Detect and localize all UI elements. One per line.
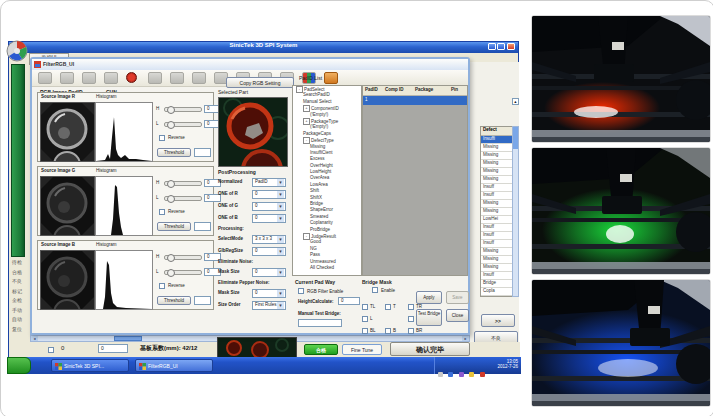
print-icon[interactable] xyxy=(104,72,118,84)
grid-icon[interactable] xyxy=(192,72,206,84)
defect-table[interactable]: Defect InsuffiMissingMissingMissingMissi… xyxy=(480,126,514,297)
reverse-checkbox[interactable] xyxy=(159,283,165,289)
defect-row[interactable]: Insuff xyxy=(481,240,513,248)
mask-checkbox[interactable] xyxy=(385,304,391,310)
mask-cell-b[interactable]: B xyxy=(385,321,396,339)
defect-row[interactable]: Insuffi xyxy=(481,136,513,144)
tray-network-icon[interactable] xyxy=(448,372,453,377)
defect-scrollbar[interactable] xyxy=(512,126,519,297)
threshold-value-input[interactable] xyxy=(194,296,211,305)
threshold-value-input[interactable] xyxy=(194,148,211,157)
cut-icon[interactable] xyxy=(148,72,162,84)
tray-alert-icon[interactable] xyxy=(480,372,485,377)
defect-row[interactable]: Missing xyxy=(481,200,513,208)
collapse-icon[interactable]: - xyxy=(303,137,310,144)
taskbar-item[interactable]: FilterRGB_UI xyxy=(135,359,213,372)
defect-scrollbar-thumb[interactable] xyxy=(513,127,518,149)
post-row-dropdown[interactable]: 0 xyxy=(252,214,286,223)
bridge-mask-enable-checkbox[interactable] xyxy=(372,287,378,293)
mask-checkbox[interactable] xyxy=(385,328,391,334)
h-slider[interactable] xyxy=(164,255,202,260)
l-slider-knob[interactable] xyxy=(167,121,175,129)
close-icon[interactable] xyxy=(507,43,515,50)
h-slider-knob[interactable] xyxy=(167,180,175,188)
post-row-dropdown[interactable]: 0 xyxy=(252,202,286,211)
tray-icons[interactable] xyxy=(438,363,486,381)
confirm-done-button[interactable]: 确认完毕 xyxy=(390,342,470,356)
tree-item[interactable]: All Checked xyxy=(293,265,361,271)
taskbar-item[interactable]: SinicTek 3D SPI... xyxy=(51,359,129,372)
reverse-checkbox[interactable] xyxy=(159,209,165,215)
threshold-button[interactable]: Threshold xyxy=(157,148,191,157)
open-folder-icon[interactable] xyxy=(60,72,74,84)
record-icon[interactable] xyxy=(126,72,137,83)
defect-row[interactable]: Insuff xyxy=(481,184,513,192)
taskbar-clock[interactable]: 13:05 2012-7-26 xyxy=(497,359,518,370)
post-row-dropdown[interactable]: 0 xyxy=(252,268,286,277)
threshold-button[interactable]: Threshold xyxy=(157,222,191,231)
defect-row[interactable]: Bridge xyxy=(481,280,513,288)
post-row-dropdown[interactable]: 3 x 3 x 3 xyxy=(252,235,286,244)
fine-tune-button[interactable]: Fine Tune xyxy=(342,344,382,355)
defect-row[interactable]: Missing xyxy=(481,264,513,272)
padid-table-selected-row[interactable]: 1 xyxy=(363,96,467,105)
l-slider[interactable] xyxy=(164,270,202,275)
pass-button[interactable]: 合格 xyxy=(304,344,338,355)
defect-row[interactable]: Missing xyxy=(481,256,513,264)
mask-checkbox[interactable] xyxy=(408,328,414,334)
padid-table[interactable]: PadIDComp IDPackagePin 1 xyxy=(362,85,468,276)
tray-shield-icon[interactable] xyxy=(469,372,474,377)
manual-bridge-input[interactable] xyxy=(298,319,342,327)
defect-row[interactable]: Missing xyxy=(481,176,513,184)
reverse-checkbox[interactable] xyxy=(159,135,165,141)
rgb-filter-checkbox[interactable] xyxy=(298,288,304,294)
mask-checkbox[interactable] xyxy=(362,328,368,334)
start-button[interactable] xyxy=(7,357,31,374)
defect-row[interactable]: Copla xyxy=(481,288,513,296)
document-icon[interactable] xyxy=(38,72,52,84)
expand-icon[interactable]: + xyxy=(303,105,310,112)
help-icon[interactable] xyxy=(324,72,338,84)
save-icon[interactable] xyxy=(82,72,96,84)
l-slider[interactable] xyxy=(164,196,202,201)
h-slider[interactable] xyxy=(164,181,202,186)
mask-cell-t[interactable]: T xyxy=(385,297,396,315)
defect-row[interactable]: Insuff xyxy=(481,224,513,232)
defect-row[interactable]: Missing xyxy=(481,144,513,152)
mask-cell-bl[interactable]: BL xyxy=(362,321,376,339)
save-button[interactable]: Save xyxy=(446,291,469,304)
status-value-input[interactable]: 0 xyxy=(98,344,128,353)
l-slider-knob[interactable] xyxy=(167,269,175,277)
copy-icon[interactable] xyxy=(170,72,184,84)
defect-row[interactable]: Missing xyxy=(481,248,513,256)
minimize-button[interactable] xyxy=(488,43,496,50)
defect-row[interactable]: Insuff xyxy=(481,192,513,200)
tray-volume-icon[interactable] xyxy=(438,372,443,377)
l-slider-knob[interactable] xyxy=(167,195,175,203)
threshold-value-input[interactable] xyxy=(194,222,211,231)
defect-row[interactable]: Insuff xyxy=(481,232,513,240)
height-calc-input[interactable]: 0 xyxy=(338,297,360,305)
post-row-dropdown[interactable]: PadID xyxy=(252,178,286,187)
defect-row[interactable]: Missing xyxy=(481,168,513,176)
apply-button[interactable]: Apply xyxy=(416,291,442,304)
h-slider-knob[interactable] xyxy=(167,106,175,114)
copy-rgb-setting-button[interactable]: Copy RGB Setting xyxy=(226,77,294,88)
scroll-up-icon[interactable]: ▴ xyxy=(512,98,519,105)
threshold-button[interactable]: Threshold xyxy=(157,296,191,305)
expand-icon[interactable]: + xyxy=(303,118,310,125)
defect-row[interactable]: LowHei xyxy=(481,216,513,224)
h-slider[interactable] xyxy=(164,107,202,112)
post-row-dropdown[interactable]: 0 xyxy=(252,289,286,298)
hscrollbar-thumb[interactable] xyxy=(114,336,142,341)
more-button[interactable]: >> xyxy=(481,314,515,327)
collapse-icon[interactable]: - xyxy=(296,86,303,93)
close-button[interactable]: Close xyxy=(446,309,469,322)
scroll-left-icon[interactable]: ◂ xyxy=(31,336,38,341)
defect-row[interactable]: Missing xyxy=(481,208,513,216)
status-checkbox[interactable] xyxy=(48,347,54,353)
defect-row[interactable]: Missing xyxy=(481,152,513,160)
maximize-button[interactable] xyxy=(497,43,505,50)
defect-row[interactable]: Insuff xyxy=(481,272,513,280)
test-bridge-button[interactable]: Test Bridge xyxy=(416,309,442,326)
